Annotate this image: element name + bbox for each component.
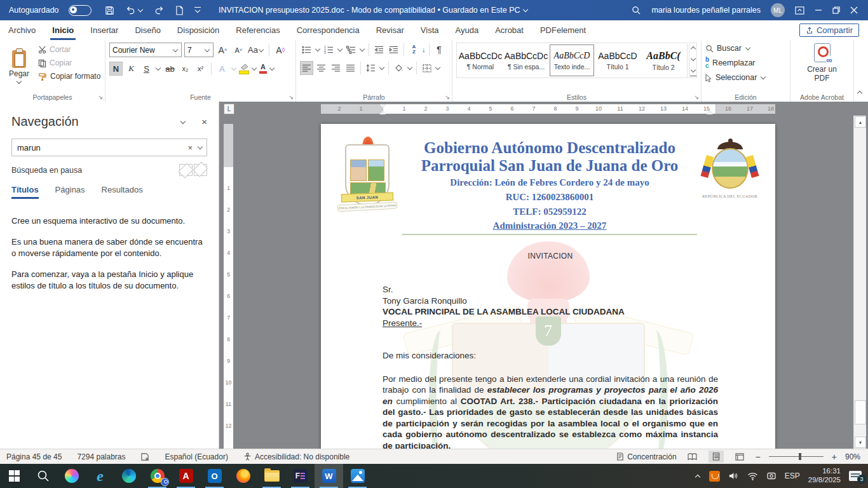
proofing-errors-icon[interactable]: [140, 452, 149, 461]
tab-insertar[interactable]: Insertar: [82, 20, 126, 40]
tab-selector[interactable]: L: [224, 104, 234, 114]
pdfelement-icon[interactable]: F: [286, 464, 315, 488]
font-size-combo[interactable]: 7: [184, 43, 214, 57]
save-icon[interactable]: [105, 6, 114, 15]
style-normal[interactable]: AaBbCcDc ¶ Normal: [458, 44, 503, 76]
nav-tab-titulos[interactable]: Títulos: [11, 185, 39, 199]
align-right-button[interactable]: [329, 61, 342, 75]
shrink-font-button[interactable]: A˅: [232, 43, 245, 57]
font-color-dropdown-icon[interactable]: [269, 65, 275, 71]
zoom-out-button[interactable]: −: [756, 452, 761, 462]
new-document-icon[interactable]: [175, 6, 184, 15]
line-spacing-button[interactable]: [364, 61, 377, 75]
close-button[interactable]: [850, 6, 858, 14]
first-line-indent-marker[interactable]: [379, 104, 386, 108]
vertical-ruler[interactable]: 1 2 3 4 5 6 7 8 9 10 11 12: [224, 124, 233, 449]
taskbar-search-button[interactable]: [29, 464, 57, 488]
java-tray-icon[interactable]: [709, 471, 720, 482]
navigation-pane-close-icon[interactable]: ×: [201, 116, 207, 127]
show-paragraph-marks-button[interactable]: ¶: [433, 43, 446, 57]
language-indicator[interactable]: Español (Ecuador): [165, 452, 227, 461]
decrease-indent-button[interactable]: [372, 43, 386, 57]
create-pdf-button[interactable]: Crear un PDF: [806, 43, 838, 83]
right-indent-marker[interactable]: [707, 111, 713, 114]
outlook-icon[interactable]: O: [200, 464, 229, 488]
tab-ayuda[interactable]: Ayuda: [447, 20, 487, 40]
style-sin-espaciado[interactable]: AaBbCcDc ¶ Sin espa...: [504, 44, 548, 76]
redo-button[interactable]: [154, 6, 165, 15]
style-texto-independiente[interactable]: AaBbCcD Texto inde...: [550, 44, 594, 76]
multilevel-list-button[interactable]: [344, 43, 358, 57]
underline-dropdown-icon[interactable]: [156, 65, 161, 71]
paragraph-dialog-launcher[interactable]: ↘: [445, 94, 450, 100]
tab-correspondencia[interactable]: Correspondencia: [288, 20, 368, 40]
clear-search-icon[interactable]: ×: [183, 143, 197, 152]
tab-acrobat[interactable]: Acrobat: [487, 20, 532, 40]
tab-inicio[interactable]: Inicio: [44, 20, 82, 40]
multilevel-dropdown-icon[interactable]: [360, 46, 365, 51]
meet-now-icon[interactable]: [766, 471, 776, 480]
photos-icon[interactable]: [343, 464, 372, 488]
user-name[interactable]: maria lourdes peñafiel parrales: [651, 6, 761, 15]
font-family-combo[interactable]: Courier New: [109, 43, 182, 57]
cut-button[interactable]: Cortar: [38, 45, 100, 54]
acrobat-icon[interactable]: A: [172, 464, 200, 488]
font-dialog-launcher[interactable]: ↘: [288, 94, 294, 100]
word-count[interactable]: 7294 palabras: [77, 452, 125, 461]
justify-button[interactable]: [344, 61, 357, 75]
nav-tab-paginas[interactable]: Páginas: [55, 185, 85, 199]
undo-button[interactable]: [125, 6, 144, 15]
search-icon[interactable]: [632, 6, 641, 15]
bold-button[interactable]: N: [109, 62, 123, 76]
tab-revisar[interactable]: Revisar: [368, 20, 412, 40]
scroll-up-button[interactable]: ▲: [855, 116, 866, 128]
bullets-dropdown-icon[interactable]: [315, 46, 320, 51]
copilot-icon[interactable]: [57, 464, 86, 488]
style-titulo-2[interactable]: AaBbC( Título 2: [641, 44, 686, 76]
read-mode-button[interactable]: [685, 451, 700, 463]
style-gallery-up-icon[interactable]: [690, 46, 695, 51]
shading-button[interactable]: [392, 61, 405, 75]
vertical-scrollbar[interactable]: ▲ ▼: [853, 116, 866, 449]
highlight-color-button[interactable]: [239, 64, 249, 74]
select-button[interactable]: Seleccionar: [705, 73, 786, 82]
show-hidden-icons-button[interactable]: [695, 475, 700, 480]
style-gallery-more-icon[interactable]: [690, 66, 696, 76]
language-tray-indicator[interactable]: ESP: [785, 471, 800, 480]
copy-button[interactable]: Copiar: [38, 58, 100, 67]
web-layout-button[interactable]: [732, 451, 747, 463]
numbering-button[interactable]: 123: [322, 43, 336, 57]
zoom-level[interactable]: 90%: [845, 452, 860, 461]
zoom-slider-thumb[interactable]: [799, 453, 801, 460]
navigation-search-input[interactable]: [12, 143, 183, 152]
align-center-button[interactable]: [315, 61, 328, 75]
find-button[interactable]: Buscar: [705, 44, 786, 53]
file-explorer-icon[interactable]: [257, 464, 286, 488]
avatar[interactable]: ML: [771, 3, 785, 17]
superscript-button[interactable]: x²: [194, 62, 207, 76]
start-button[interactable]: [0, 464, 29, 488]
minimize-button[interactable]: [815, 6, 822, 14]
internet-explorer-icon[interactable]: e: [86, 464, 114, 488]
grow-font-button[interactable]: A˄: [216, 43, 229, 57]
tab-pdfelement[interactable]: PDFelement: [532, 20, 594, 40]
restore-button[interactable]: [832, 6, 840, 14]
increase-indent-button[interactable]: [387, 43, 400, 57]
sort-button[interactable]: AZ: [407, 43, 421, 57]
accessibility-status[interactable]: Accesibilidad: No disponible: [243, 452, 349, 461]
word-taskbar-icon[interactable]: W: [315, 464, 343, 488]
nav-tab-resultados[interactable]: Resultados: [102, 185, 143, 199]
zoom-in-button[interactable]: +: [832, 452, 837, 462]
style-titulo-1[interactable]: AaBbCcD Título 1: [595, 44, 640, 76]
navigation-pane-dropdown-icon[interactable]: [180, 118, 186, 123]
ribbon-display-options-icon[interactable]: [795, 6, 804, 15]
styles-dialog-launcher[interactable]: ↘: [694, 94, 699, 100]
search-options-dropdown-icon[interactable]: [198, 144, 203, 149]
borders-button[interactable]: [420, 61, 433, 75]
clipboard-dialog-launcher[interactable]: ↘: [98, 94, 103, 100]
firefox-icon[interactable]: [229, 464, 257, 488]
borders-dropdown-icon[interactable]: [435, 65, 440, 70]
italic-button[interactable]: K: [125, 62, 138, 76]
notification-center-icon[interactable]: 3: [849, 471, 862, 481]
tab-referencias[interactable]: Referencias: [227, 20, 288, 40]
